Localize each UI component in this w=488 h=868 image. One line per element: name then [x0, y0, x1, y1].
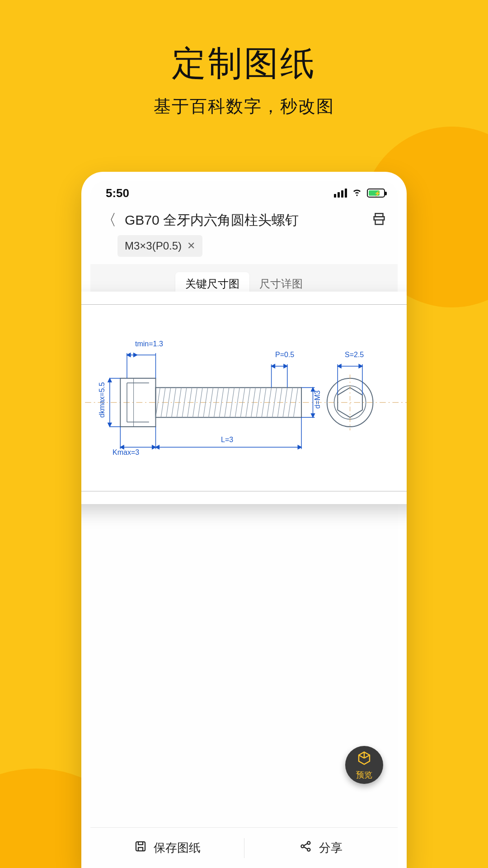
preview-label: 预览 — [356, 769, 372, 780]
share-icon — [299, 840, 313, 856]
svg-line-9 — [156, 387, 160, 417]
status-indicators: ⚡ — [334, 186, 385, 200]
wifi-icon — [352, 186, 362, 200]
engineering-drawing[interactable]: tmin=1.3 P=0.5 S=2.5 dkmax=5.5 d=M3 Kmax… — [81, 304, 407, 491]
phone-screen: 5:50 ⚡ 〈 GB70 全牙内六角圆柱头螺钉 — [90, 181, 398, 868]
dim-p: P=0.5 — [275, 351, 294, 359]
svg-marker-56 — [108, 378, 112, 382]
dim-kmax: Kmax=3 — [113, 448, 139, 457]
bottom-bar: 保存图纸 分享 — [90, 827, 398, 868]
svg-marker-62 — [311, 414, 315, 417]
svg-marker-46 — [272, 364, 275, 368]
svg-line-78 — [304, 844, 308, 846]
dim-l: L=3 — [221, 436, 233, 444]
dim-d: d=M3 — [314, 391, 322, 409]
dim-tmin: tmin=1.3 — [135, 340, 163, 348]
spec-tag[interactable]: M3×3(P0.5) ✕ — [117, 235, 202, 257]
svg-line-26 — [246, 387, 250, 417]
svg-marker-51 — [338, 364, 341, 368]
save-icon — [134, 840, 147, 856]
promo-title: 定制图纸 — [0, 41, 488, 87]
dim-s: S=2.5 — [345, 351, 364, 359]
svg-marker-57 — [108, 423, 112, 427]
svg-line-31 — [272, 387, 277, 417]
tag-bar: M3×3(P0.5) ✕ — [90, 232, 398, 264]
preview-button[interactable]: 预览 — [345, 746, 383, 784]
save-drawing-button[interactable]: 保存图纸 — [90, 828, 244, 868]
page-header: 〈 GB70 全牙内六角圆柱头螺钉 — [90, 205, 398, 232]
page-title: GB70 全牙内六角圆柱头螺钉 — [125, 211, 363, 230]
svg-marker-71 — [156, 445, 160, 449]
share-label: 分享 — [319, 840, 343, 856]
battery-icon: ⚡ — [367, 189, 385, 198]
svg-marker-72 — [298, 445, 301, 449]
signal-icon — [334, 189, 347, 198]
svg-line-79 — [304, 847, 308, 849]
status-time: 5:50 — [106, 186, 129, 200]
cube-icon — [356, 750, 372, 769]
drawing-card: tmin=1.3 P=0.5 S=2.5 dkmax=5.5 d=M3 Kmax… — [81, 292, 407, 504]
print-icon[interactable] — [371, 212, 387, 229]
svg-marker-42 — [134, 353, 137, 357]
svg-marker-52 — [359, 364, 362, 368]
svg-rect-74 — [136, 842, 145, 851]
share-button[interactable]: 分享 — [244, 828, 398, 868]
tag-label: M3×3(P0.5) — [125, 240, 182, 252]
phone-frame: 5:50 ⚡ 〈 GB70 全牙内六角圆柱头螺钉 — [81, 172, 407, 868]
close-icon[interactable]: ✕ — [187, 240, 195, 252]
dim-dkmax: dkmax=5.5 — [98, 382, 106, 418]
svg-rect-1 — [375, 220, 383, 224]
status-bar: 5:50 ⚡ — [90, 181, 398, 205]
save-label: 保存图纸 — [154, 840, 201, 856]
svg-marker-47 — [284, 364, 287, 368]
svg-marker-41 — [127, 353, 131, 357]
promo-subtitle: 基于百科数字，秒改图 — [0, 95, 488, 118]
back-icon[interactable]: 〈 — [101, 210, 117, 231]
svg-line-14 — [182, 387, 187, 417]
